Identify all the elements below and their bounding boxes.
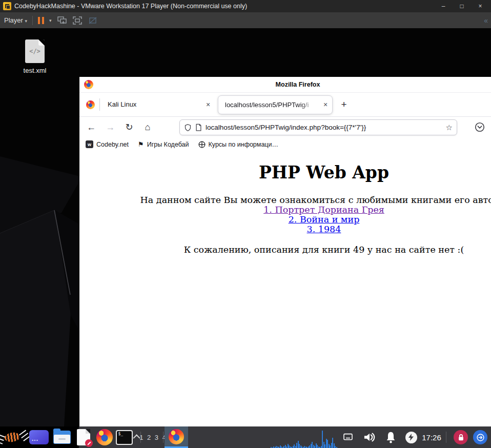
code-glyph-icon: </> — [29, 48, 40, 55]
power-options-caret-icon[interactable]: ▾ — [49, 18, 52, 23]
screen: CodebyHackMashine - VMware Workstation 1… — [0, 0, 491, 448]
back-button[interactable]: ← — [84, 120, 99, 134]
bookmark-star-icon[interactable]: ☆ — [446, 123, 453, 132]
workspace-switcher[interactable]: 1 2 3 4 — [143, 426, 163, 448]
minimize-button[interactable]: – — [436, 0, 451, 12]
firefox-icon — [169, 429, 184, 444]
logout-button[interactable] — [470, 426, 490, 448]
taskbar-divider — [163, 432, 163, 443]
desktop-icon-test-xml[interactable]: </> test.xml — [14, 39, 55, 74]
tab-divider — [99, 98, 100, 111]
vmware-toolbar: Player ▾ ▾ « — [0, 12, 491, 29]
firefox-launcher-button[interactable] — [94, 426, 115, 448]
firefox-icon — [96, 429, 113, 445]
notifications-button[interactable] — [381, 426, 400, 448]
text-editor-button[interactable] — [74, 426, 93, 448]
bookmark-label: Игры Кодебай — [147, 141, 189, 148]
address-input[interactable]: localhost/lesson5/PHPTwig/index.php?book… — [206, 124, 442, 131]
send-ctrl-alt-del-button[interactable] — [57, 16, 67, 25]
maximize-button[interactable]: □ — [454, 0, 469, 12]
pause-icon — [42, 17, 44, 24]
page-content: PHP Web App На данном сайте Вы можете оз… — [79, 151, 491, 426]
lock-screen-button[interactable] — [451, 426, 470, 448]
intro-text: На данном сайте Вы можете ознакомиться с… — [79, 195, 491, 205]
pencil-badge-icon — [85, 439, 93, 447]
reload-button[interactable]: ↻ — [121, 120, 137, 134]
active-tab-label: localhost/lesson5/PHPTwig/i — [225, 96, 316, 114]
taskbar: ... $_ 1 2 3 4 — [0, 426, 491, 448]
firefox-logo-icon — [84, 80, 93, 89]
terminal-icon: $_ — [116, 430, 133, 445]
vmware-logo-icon — [3, 2, 11, 10]
address-bar[interactable]: localhost/lesson5/PHPTwig/index.php?book… — [179, 119, 457, 135]
firefox-titlebar: Mozilla Firefox — [79, 77, 491, 93]
new-tab-button[interactable]: + — [337, 98, 351, 111]
shield-icon[interactable] — [184, 124, 192, 132]
desktop-icon-label: test.xml — [14, 67, 55, 74]
power-manager-button[interactable] — [403, 426, 419, 448]
app-grid-icon: ... — [29, 430, 49, 444]
fullscreen-button[interactable] — [72, 16, 83, 25]
caret-down-icon: ▾ — [25, 18, 27, 24]
player-menu-button[interactable]: Player ▾ — [4, 16, 27, 24]
app-grid-button[interactable]: ... — [29, 426, 49, 448]
pocket-button[interactable] — [474, 121, 486, 134]
battery-bolt-icon — [405, 432, 417, 443]
firefox-window: Mozilla Firefox Kali Linux × localhost/l… — [79, 77, 491, 426]
kali-dragon-icon — [4, 432, 21, 443]
tab-localhost-active[interactable]: localhost/lesson5/PHPTwig/i × — [218, 95, 333, 114]
xml-file-icon: </> — [25, 39, 45, 63]
globe-icon — [198, 141, 206, 148]
book-link-1[interactable]: 1. Портрет Дориана Грея — [79, 205, 491, 215]
page-info-icon[interactable] — [195, 124, 202, 131]
not-found-message: К сожалению, описания для книги 49 у нас… — [79, 245, 491, 255]
codeby-logo-icon: w — [86, 140, 93, 148]
bookmark-label: Codeby.net — [96, 141, 129, 148]
tab-close-button[interactable]: × — [321, 100, 330, 109]
bookmark-label: Курсы по информаци… — [209, 141, 279, 148]
tab-close-button[interactable]: × — [203, 100, 213, 109]
home-button[interactable]: ⌂ — [140, 120, 155, 134]
bookmarks-toolbar: w Codeby.net ⚑ Игры Кодебай Курсы по инф… — [79, 137, 491, 152]
network-graph — [271, 426, 338, 448]
firefox-window-title: Mozilla Firefox — [276, 77, 320, 92]
volume-button[interactable] — [359, 426, 380, 448]
book-link-2[interactable]: 2. Война и мир — [79, 215, 491, 225]
text-editor-icon — [77, 429, 90, 445]
file-manager-button[interactable] — [51, 426, 73, 448]
bookmark-igry-codebay[interactable]: ⚑ Игры Кодебай — [138, 140, 189, 148]
display-icon — [343, 433, 353, 441]
kali-menu-button[interactable] — [1, 426, 24, 448]
page-title: PHP Web App — [79, 162, 491, 182]
player-menu-label: Player — [4, 16, 23, 24]
pause-icon — [38, 17, 40, 24]
unity-mode-button-disabled — [88, 16, 98, 25]
taskbar-divider — [446, 432, 446, 443]
terminal-launcher-button[interactable]: $_ — [115, 426, 133, 448]
bookmark-codeby[interactable]: w Codeby.net — [86, 140, 129, 148]
suspend-vm-button[interactable] — [38, 17, 44, 24]
firefox-task-button-active[interactable] — [165, 426, 188, 448]
collapse-toolbar-button[interactable]: « — [484, 16, 487, 25]
flag-icon: ⚑ — [138, 140, 144, 148]
navigation-toolbar: ← → ↻ ⌂ localhost/lesson5/PHPTwig/index.… — [79, 117, 491, 137]
tab-kali-linux[interactable]: Kali Linux — [108, 93, 136, 116]
forward-button: → — [103, 120, 118, 134]
bookmark-kursy[interactable]: Курсы по информаци… — [198, 141, 279, 148]
display-settings-button[interactable] — [341, 426, 355, 448]
tab-bar: Kali Linux × localhost/lesson5/PHPTwig/i… — [79, 93, 491, 117]
bell-icon — [385, 431, 397, 443]
vmware-window-title: CodebyHackMashine - VMware Workstation 1… — [14, 3, 433, 10]
clock[interactable]: 17:26 — [420, 426, 443, 448]
logout-arrow-icon — [473, 430, 487, 444]
speaker-icon — [363, 432, 376, 443]
vmware-titlebar: CodebyHackMashine - VMware Workstation 1… — [0, 0, 491, 12]
toolbar-divider — [32, 16, 33, 25]
tab-favicon-icon — [86, 100, 95, 109]
folder-icon — [53, 431, 71, 444]
book-link-3[interactable]: 3. 1984 — [79, 225, 491, 234]
close-button[interactable]: × — [473, 0, 488, 12]
lock-icon — [454, 430, 468, 444]
